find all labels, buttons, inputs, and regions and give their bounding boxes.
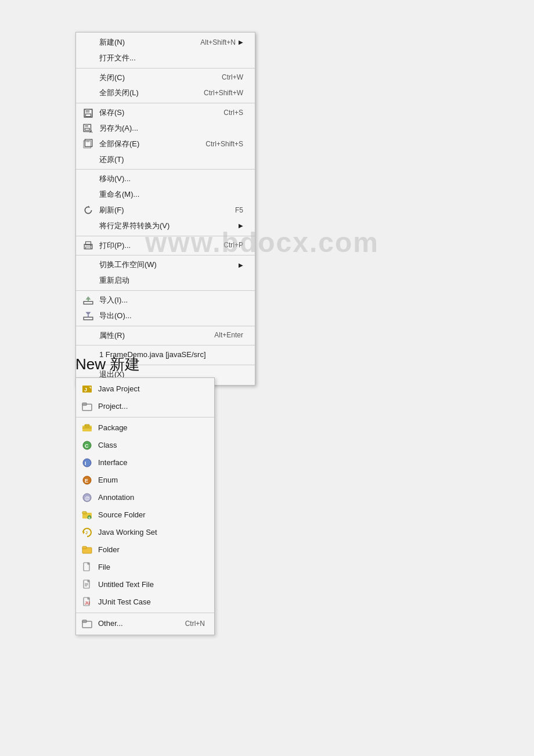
submenu-label-junit-test-case: JUnit Test Case: [98, 596, 205, 608]
menu-label-new: 新建(N): [99, 37, 189, 49]
menu-item-refresh[interactable]: 刷新(F) F5: [76, 203, 255, 218]
svg-marker-10: [88, 206, 90, 207]
separator-8: [76, 345, 255, 345]
svg-rect-4: [85, 125, 88, 128]
submenu-item-enum[interactable]: E Enum: [76, 471, 214, 489]
menu-item-save[interactable]: 保存(S) Ctrl+S: [76, 105, 255, 121]
menu-label-convert: 将行定界符转换为(V): [99, 220, 236, 232]
menu-shortcut-close: Ctrl+W: [222, 72, 243, 83]
menu-label-properties: 属性(R): [99, 330, 203, 342]
submenu-label-java-project: Java Project: [98, 383, 205, 395]
menu-item-move[interactable]: 移动(V)...: [76, 171, 255, 187]
menu-item-close[interactable]: 关闭(C) Ctrl+W: [76, 70, 255, 86]
menu-item-open[interactable]: 打开文件...: [76, 51, 255, 66]
svg-point-14: [90, 245, 91, 246]
menu-label-switch-workspace: 切换工作空间(W): [99, 259, 236, 271]
submenu-label-package: Package: [98, 422, 205, 434]
folder-icon: [81, 543, 93, 556]
menu-item-switch-workspace[interactable]: 切换工作空间(W) ▶: [76, 257, 255, 273]
submenu-new: J Java Project Project...: [75, 377, 215, 635]
context-menu: 新建(N) Alt+Shift+N ▶ 打开文件... 关闭(C) Ctrl+W…: [75, 32, 255, 386]
svg-text:E: E: [85, 478, 88, 484]
svg-rect-9: [86, 139, 90, 142]
menu-shortcut-refresh: F5: [235, 205, 243, 216]
other-shortcut: Ctrl+N: [185, 618, 205, 629]
svg-text:JU: JU: [85, 601, 90, 605]
menu-label-close-all: 全部关闭(L): [99, 87, 192, 99]
file-icon: [81, 561, 93, 574]
separator-2: [76, 103, 255, 103]
submenu-sep-2: [76, 613, 214, 613]
menu-item-save-as[interactable]: A 另存为(A)...: [76, 121, 255, 136]
junit-icon: JU: [81, 596, 93, 609]
submenu-item-file[interactable]: File: [76, 559, 214, 576]
java-project-icon: J: [81, 383, 93, 395]
submenu-item-folder[interactable]: Folder: [76, 541, 214, 559]
menu-item-properties[interactable]: 属性(R) Alt+Enter: [76, 328, 255, 344]
svg-rect-1: [86, 109, 90, 113]
export-icon: [83, 311, 93, 321]
svg-text:C: C: [85, 443, 89, 449]
submenu-item-annotation[interactable]: @ Annotation: [76, 489, 214, 506]
context-menu-wrapper: 新建(N) Alt+Shift+N ▶ 打开文件... 关闭(C) Ctrl+W…: [75, 32, 255, 386]
submenu-item-package[interactable]: Package: [76, 419, 214, 437]
submenu-item-interface[interactable]: I Interface: [76, 454, 214, 471]
submenu-label-folder: Folder: [98, 544, 205, 556]
submenu-item-untitled-text-file[interactable]: Untitled Text File: [76, 576, 214, 593]
project-icon: [81, 400, 93, 413]
menu-label-open: 打开文件...: [99, 52, 243, 64]
menu-label-save-all: 全部保存(E): [99, 138, 194, 150]
menu-item-export[interactable]: 导出(O)...: [76, 308, 255, 324]
submenu-label-interface: Interface: [98, 457, 205, 469]
menu-item-save-all[interactable]: 全部保存(E) Ctrl+Shift+S: [76, 136, 255, 152]
submenu-label-project: Project...: [98, 401, 205, 412]
svg-text:I: I: [85, 460, 86, 466]
menu-item-restart[interactable]: 重新启动: [76, 273, 255, 289]
submenu-item-java-working-set[interactable]: J Java Working Set: [76, 524, 214, 541]
svg-rect-39: [82, 512, 86, 514]
save-all-icon: [83, 139, 93, 149]
submenu-item-java-project[interactable]: J Java Project: [76, 380, 214, 398]
submenu-item-class[interactable]: C Class: [76, 437, 214, 454]
svg-text:J: J: [85, 531, 88, 535]
submenu-label-enum: Enum: [98, 474, 205, 486]
convert-arrow-icon: ▶: [239, 221, 243, 231]
svg-rect-20: [88, 315, 89, 317]
separator-7: [76, 326, 255, 326]
submenu-label-file: File: [98, 561, 205, 573]
other-icon: [81, 617, 93, 630]
submenu-sep-1: [76, 417, 214, 417]
menu-label-move: 移动(V)...: [99, 173, 243, 185]
java-working-set-icon: J: [81, 526, 93, 539]
svg-marker-16: [86, 297, 91, 300]
print-icon: [83, 240, 93, 251]
menu-item-rename[interactable]: 重命名(M)...: [76, 187, 255, 203]
save-icon: [83, 108, 93, 118]
menu-label-save-as: 另存为(A)...: [99, 123, 243, 135]
menu-item-convert[interactable]: 将行定界符转换为(V) ▶: [76, 218, 255, 234]
menu-item-print[interactable]: 打印(P)... Ctrl+P: [76, 238, 255, 254]
menu-shortcut-print: Ctrl+P: [223, 240, 243, 251]
menu-item-close-all[interactable]: 全部关闭(L) Ctrl+Shift+W: [76, 85, 255, 101]
menu-shortcut-new: Alt+Shift+N: [200, 37, 236, 48]
new-heading: New 新建: [75, 354, 140, 375]
svg-marker-19: [86, 312, 91, 315]
menu-item-import[interactable]: 导入(I)...: [76, 293, 255, 308]
save-as-icon: A: [83, 123, 93, 134]
svg-rect-45: [82, 546, 86, 549]
class-icon: C: [81, 439, 93, 452]
menu-label-save: 保存(S): [99, 107, 212, 119]
submenu-item-project[interactable]: Project...: [76, 398, 214, 415]
svg-rect-2: [86, 114, 91, 117]
submenu-item-junit-test-case[interactable]: JU JUnit Test Case: [76, 593, 214, 611]
svg-rect-18: [84, 317, 93, 320]
refresh-icon: [83, 205, 93, 215]
svg-rect-15: [84, 302, 93, 305]
menu-label-import: 导入(I)...: [99, 294, 243, 307]
submenu-label-annotation: Annotation: [98, 492, 205, 503]
menu-item-new[interactable]: 新建(N) Alt+Shift+N ▶: [76, 35, 255, 51]
separator-1: [76, 68, 255, 69]
submenu-item-source-folder[interactable]: S Source Folder: [76, 506, 214, 524]
submenu-item-other[interactable]: Other... Ctrl+N: [76, 615, 214, 632]
menu-item-revert[interactable]: 还原(T): [76, 152, 255, 168]
